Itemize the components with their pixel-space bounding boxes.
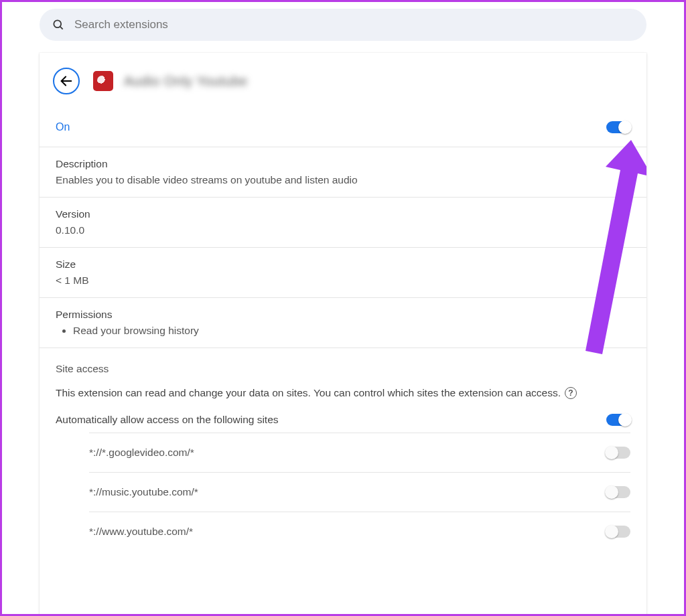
version-section: Version 0.10.0 xyxy=(40,198,646,248)
site-access-description: This extension can read and change your … xyxy=(56,387,630,399)
help-icon[interactable]: ? xyxy=(565,387,577,399)
description-label: Description xyxy=(56,158,630,170)
site-row: *://www.youtube.com/* xyxy=(89,512,630,551)
permission-item: Read your browsing history xyxy=(73,325,630,337)
svg-line-1 xyxy=(60,27,63,29)
extension-name: Audio Only Youtube xyxy=(124,74,248,89)
search-input[interactable] xyxy=(74,18,634,31)
auto-allow-label: Automatically allow access on the follow… xyxy=(56,414,279,426)
version-value: 0.10.0 xyxy=(56,224,630,236)
enable-row: On xyxy=(40,101,646,147)
enable-toggle[interactable] xyxy=(606,121,630,133)
permissions-label: Permissions xyxy=(56,309,630,321)
permissions-section: Permissions Read your browsing history xyxy=(40,298,646,348)
size-section: Size < 1 MB xyxy=(40,248,646,298)
site-row: *://*.googlevideo.com/* xyxy=(89,433,630,472)
search-bar-container xyxy=(40,9,646,41)
site-pattern: *://music.youtube.com/* xyxy=(89,486,198,498)
description-value: Enables you to disable video streams on … xyxy=(56,174,630,186)
site-row: *://music.youtube.com/* xyxy=(89,472,630,512)
extension-detail-panel: Audio Only Youtube On Description Enable… xyxy=(40,53,646,615)
auto-allow-toggle[interactable] xyxy=(606,414,630,426)
enable-label: On xyxy=(56,121,70,133)
site-pattern: *://www.youtube.com/* xyxy=(89,526,193,538)
site-toggle[interactable] xyxy=(606,526,630,538)
extension-icon xyxy=(93,71,113,91)
site-access-title: Site access xyxy=(56,363,630,375)
site-pattern: *://*.googlevideo.com/* xyxy=(89,447,194,459)
size-value: < 1 MB xyxy=(56,275,630,287)
site-toggle[interactable] xyxy=(606,486,630,498)
permissions-list: Read your browsing history xyxy=(73,325,630,337)
site-list: *://*.googlevideo.com/* *://music.youtub… xyxy=(89,433,630,551)
arrow-left-icon xyxy=(59,74,74,88)
description-section: Description Enables you to disable video… xyxy=(40,147,646,198)
size-label: Size xyxy=(56,258,630,271)
panel-header: Audio Only Youtube xyxy=(40,53,646,101)
svg-point-0 xyxy=(54,20,61,27)
search-bar[interactable] xyxy=(40,9,646,41)
version-label: Version xyxy=(56,208,630,220)
site-access-section: Site access This extension can read and … xyxy=(40,348,646,566)
back-button[interactable] xyxy=(53,68,80,94)
site-toggle[interactable] xyxy=(606,447,630,459)
search-icon xyxy=(52,18,65,31)
site-access-desc-text: This extension can read and change your … xyxy=(56,387,561,399)
auto-allow-row: Automatically allow access on the follow… xyxy=(56,414,630,426)
